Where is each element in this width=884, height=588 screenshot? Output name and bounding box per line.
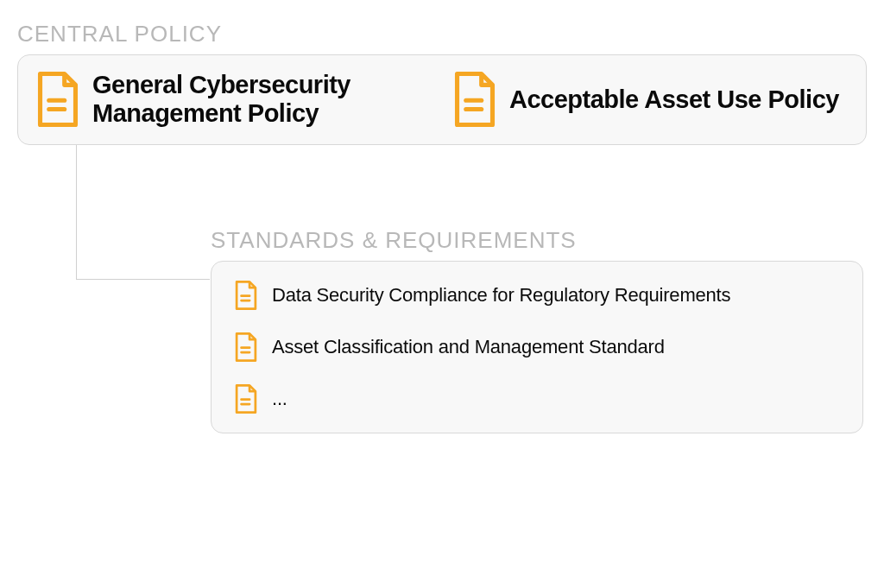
document-icon [35, 72, 80, 127]
standard-item: Asset Classification and Management Stan… [234, 332, 840, 362]
document-icon [452, 72, 497, 127]
central-policy-box: General Cybersecurity Management Policy … [17, 54, 867, 145]
document-icon [234, 332, 258, 362]
standard-item: ... [234, 384, 840, 414]
document-icon [234, 281, 258, 310]
connector-horizontal [76, 279, 210, 280]
standard-title: Data Security Compliance for Regulatory … [272, 284, 730, 307]
standard-title: Asset Classification and Management Stan… [272, 336, 665, 358]
document-icon [234, 384, 258, 414]
standards-label: STANDARDS & REQUIREMENTS [211, 227, 863, 254]
standards-box: Data Security Compliance for Regulatory … [211, 261, 863, 433]
policy-title: Acceptable Asset Use Policy [509, 85, 839, 114]
standard-title: ... [272, 388, 287, 410]
policy-title: General Cybersecurity Management Policy [92, 71, 432, 129]
connector: STANDARDS & REQUIREMENTS Data Security C… [17, 145, 867, 285]
policy-item: General Cybersecurity Management Policy [35, 71, 432, 129]
policy-item: Acceptable Asset Use Policy [452, 72, 849, 127]
standards-section: STANDARDS & REQUIREMENTS Data Security C… [211, 227, 863, 433]
standard-item: Data Security Compliance for Regulatory … [234, 281, 840, 310]
central-policy-section: CENTRAL POLICY General Cybersecurity Man… [17, 21, 867, 145]
central-policy-label: CENTRAL POLICY [17, 21, 867, 47]
connector-vertical [76, 145, 77, 279]
